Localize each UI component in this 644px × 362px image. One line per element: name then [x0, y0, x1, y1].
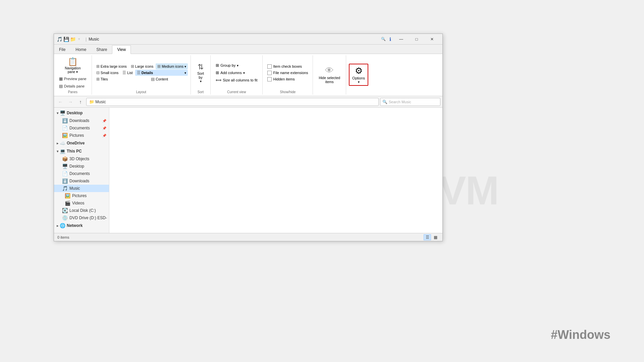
sidebar-item-music[interactable]: 🎵 Music	[54, 185, 109, 192]
large-icon-view-btn[interactable]: ▦	[432, 234, 439, 240]
details-pane-button[interactable]: ▤ Details pane	[57, 83, 87, 89]
item-check-boxes-toggle[interactable]: Item check boxes	[265, 64, 310, 69]
localc-icon: 💽	[62, 208, 68, 213]
sidebar-downloads2-label: Downloads	[69, 179, 89, 183]
add-columns-button[interactable]: ⊞ Add columns ▾	[213, 69, 260, 76]
up-button[interactable]: ↑	[76, 98, 85, 106]
item-check-boxes-checkbox[interactable]	[267, 64, 272, 69]
sort-group-label: Sort	[198, 89, 204, 94]
layout-large-icons[interactable]: ⊞Large icons	[129, 63, 155, 69]
sort-by-button[interactable]: ⇅ Sort by ▾	[194, 61, 208, 85]
sidebar-item-pictures-pinned[interactable]: 🖼️ Pictures 📌	[54, 132, 109, 139]
music2-icon: 🎵	[62, 186, 68, 191]
panes-group-label: Panes	[68, 89, 77, 94]
desktop-icon: 🖥️	[62, 164, 68, 169]
layout-list[interactable]: ☰List	[121, 70, 134, 76]
options-label: Options	[352, 76, 365, 80]
file-explorer-window: 🎵 💾 📁 ▾ | Music 🔍 ℹ — □ ✕ File Home Shar…	[54, 34, 443, 241]
sidebar-documents2-label: Documents	[69, 171, 90, 176]
pictures-icon: 🖼️	[62, 133, 68, 138]
group-by-button[interactable]: ⊞ Group by ▾	[213, 62, 260, 69]
sidebar-videos-label: Videos	[72, 201, 84, 205]
pictures2-icon: 🖼️	[65, 193, 70, 198]
layout-medium-icons[interactable]: ⊞Medium icons ▾	[156, 63, 188, 69]
search-icon[interactable]: 🔍	[380, 34, 387, 45]
sidebar-item-thispc[interactable]: ▾ 💻 This PC	[54, 147, 109, 155]
sidebar-desktop-label: Desktop	[67, 111, 83, 115]
hide-selected-items-button[interactable]: 👁 Hide selected items	[316, 64, 343, 85]
info-icon[interactable]: ℹ	[387, 34, 393, 45]
tab-share[interactable]: Share	[91, 45, 112, 54]
sidebar-item-desktop[interactable]: 🖥️ Desktop	[54, 163, 109, 170]
expand-arrow-3: ▾	[57, 149, 58, 153]
sidebar-item-videos[interactable]: 🎬 Videos	[54, 199, 109, 207]
forward-button[interactable]: →	[66, 98, 75, 106]
sidebar-item-documents-pinned[interactable]: 📄 Documents 📌	[54, 124, 109, 132]
file-name-extensions-toggle[interactable]: File name extensions	[265, 70, 310, 76]
sidebar-pictures2-label: Pictures	[72, 193, 87, 198]
hidden-items-toggle[interactable]: Hidden items	[265, 76, 310, 82]
status-view-buttons: ☰ ▦	[424, 234, 439, 240]
address-path-text: Music	[95, 100, 106, 104]
window-controls: 🔍 ℹ — □ ✕	[380, 34, 440, 45]
sidebar-item-downloads[interactable]: ⬇️ Downloads	[54, 177, 109, 185]
item-check-boxes-label: Item check boxes	[273, 64, 302, 68]
sidebar-3dobjects-label: 3D Objects	[69, 157, 89, 161]
search-box[interactable]: 🔍 Search Music	[380, 98, 440, 106]
sidebar-item-desktop-header[interactable]: ▾ 🖥️ Desktop	[54, 109, 109, 117]
ribbon-group-sort: ⇅ Sort by ▾ Sort	[191, 55, 211, 95]
options-button[interactable]: ⚙ Options ▾	[349, 64, 368, 86]
layout-extra-large-icons[interactable]: ⊞Extra large icons	[95, 63, 128, 69]
layout-details[interactable]: ☰Details ▾	[135, 70, 188, 76]
file-name-extensions-checkbox[interactable]	[267, 71, 272, 75]
sidebar-item-network[interactable]: ▸ 🌐 Network	[54, 222, 109, 230]
sidebar-thispc-label: This PC	[67, 149, 82, 154]
back-button[interactable]: ←	[56, 98, 65, 106]
sidebar-item-localc[interactable]: 💽 Local Disk (C:)	[54, 207, 109, 214]
size-all-label: Size all columns to fit	[223, 78, 257, 82]
sidebar-item-downloads-pinned[interactable]: ⬇️ Downloads 📌	[54, 117, 109, 124]
ribbon-group-current-view: ⊞ Group by ▾ ⊞ Add columns ▾ ⟺ Size all …	[211, 55, 263, 95]
file-area	[109, 108, 442, 233]
hidden-items-label: Hidden items	[273, 77, 294, 81]
sidebar-documents-label: Documents	[69, 126, 90, 130]
search-placeholder: Search Music	[389, 100, 411, 104]
tab-home[interactable]: Home	[70, 45, 91, 54]
layout-spacer	[110, 78, 149, 80]
add-columns-label: Add columns	[220, 71, 242, 75]
search-icon: 🔍	[382, 100, 387, 104]
navigation-pane-button[interactable]: 📋 Navigation pane ▾	[57, 56, 89, 75]
sidebar-item-documents[interactable]: 📄 Documents	[54, 170, 109, 177]
address-path[interactable]: 📁 Music	[86, 98, 379, 106]
preview-pane-button[interactable]: ▦ Preview pane	[57, 75, 89, 82]
details-view-btn[interactable]: ☰	[424, 234, 431, 240]
size-all-columns-button[interactable]: ⟺ Size all columns to fit	[213, 77, 260, 83]
title-bar-icons: 🎵 💾 📁 ▾	[57, 37, 82, 42]
sidebar-desktop2-label: Desktop	[69, 164, 84, 169]
sidebar-item-onedrive[interactable]: ▸ ☁️ OneDrive	[54, 139, 109, 147]
dvdd-icon: 💿	[62, 215, 68, 221]
address-bar: ← → ↑ 📁 Music 🔍 Search Music	[54, 96, 442, 108]
tab-file[interactable]: File	[54, 45, 70, 54]
tab-view[interactable]: View	[112, 45, 131, 54]
hidden-items-checkbox[interactable]	[267, 77, 272, 81]
close-button[interactable]: ✕	[424, 34, 440, 45]
videos-icon: 🎬	[65, 200, 70, 206]
sidebar-item-3dobjects[interactable]: 📦 3D Objects	[54, 155, 109, 163]
expand-arrow: ▾	[57, 111, 58, 115]
window-title: Music	[89, 37, 99, 42]
documents2-icon: 📄	[62, 171, 68, 176]
layout-small-icons[interactable]: ⊟Small icons	[95, 70, 120, 76]
minimize-button[interactable]: —	[393, 34, 409, 45]
layout-content[interactable]: ▤Content	[149, 76, 188, 82]
file-name-extensions-label: File name extensions	[273, 71, 308, 75]
folder-icon: 📁	[70, 37, 75, 42]
sidebar-item-dvdd[interactable]: 💿 DVD Drive (D:) ESD-	[54, 214, 109, 222]
layout-tiles[interactable]: ⊞Tiles	[95, 76, 110, 82]
sidebar-item-pictures[interactable]: 🖼️ Pictures	[54, 192, 109, 199]
sidebar-music-label: Music	[69, 186, 80, 191]
sidebar-dvdd-label: DVD Drive (D:) ESD-	[69, 216, 107, 220]
ribbon-group-panes: 📋 Navigation pane ▾ ▦ Preview pane ▤ Det…	[54, 55, 92, 95]
maximize-button[interactable]: □	[409, 34, 424, 45]
ribbon-group-show-hide: Item check boxes File name extensions Hi…	[263, 55, 313, 95]
